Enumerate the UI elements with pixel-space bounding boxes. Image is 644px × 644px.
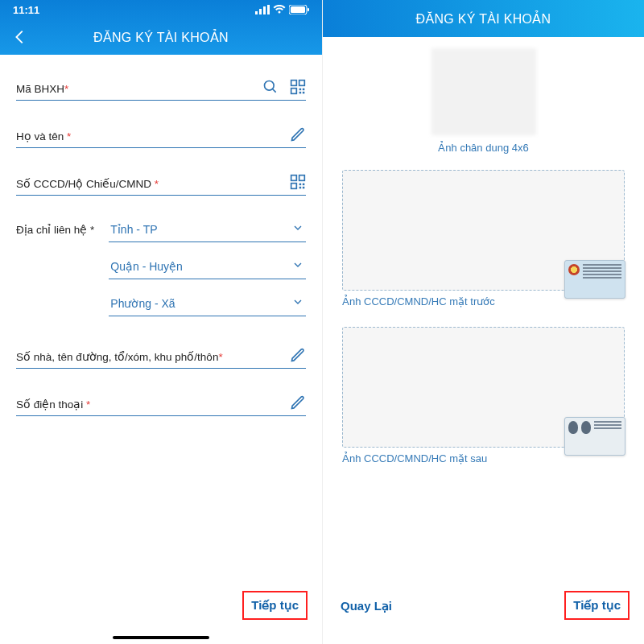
svg-rect-6 (308, 8, 309, 11)
chevron-down-icon (291, 258, 304, 271)
next-button[interactable]: Tiếp tục (242, 591, 308, 620)
ward-value: Phường - Xã (110, 297, 175, 310)
svg-rect-13 (303, 89, 305, 91)
id-field[interactable]: Số CCCD/Hộ Chiếu/CMND * (16, 169, 306, 196)
edit-icon[interactable] (290, 394, 306, 411)
registration-form: Mã BHXH* Họ và tên * Số CCCD/Hộ Chiếu/CM… (0, 55, 322, 416)
svg-rect-9 (291, 80, 297, 86)
status-time: 11:11 (13, 4, 39, 16)
province-select[interactable]: Tỉnh - TP (109, 217, 306, 242)
svg-point-7 (265, 81, 275, 91)
qr-icon[interactable] (290, 174, 306, 190)
search-icon[interactable] (262, 79, 279, 95)
svg-rect-11 (291, 89, 297, 94)
svg-rect-2 (263, 6, 266, 14)
svg-rect-21 (299, 187, 302, 189)
svg-rect-17 (299, 175, 305, 181)
id-front-thumb (564, 260, 625, 299)
status-icons (255, 5, 309, 14)
svg-rect-18 (291, 184, 297, 189)
district-value: Quận - Huyện (110, 260, 183, 273)
svg-rect-3 (267, 5, 270, 14)
svg-line-8 (273, 89, 276, 93)
signal-icon (255, 5, 270, 14)
name-label: Họ và tên * (16, 130, 71, 142)
home-indicator[interactable] (113, 636, 209, 639)
ward-select[interactable]: Phường - Xã (109, 291, 306, 316)
next-button[interactable]: Tiếp tục (564, 591, 630, 620)
bhxh-label: Mã BHXH* (16, 83, 68, 95)
svg-rect-5 (291, 6, 305, 13)
bhxh-field[interactable]: Mã BHXH* (16, 74, 306, 101)
phone-field[interactable]: Số điện thoại * (16, 390, 306, 416)
battery-icon (289, 5, 309, 14)
svg-rect-0 (255, 11, 258, 14)
svg-rect-12 (299, 89, 302, 91)
id-back-thumb (564, 417, 625, 456)
svg-rect-19 (299, 184, 302, 186)
page-title: ĐĂNG KÝ TÀI KHOẢN (93, 30, 229, 45)
header: 11:11 ĐĂNG KÝ TÀI KHOẢN (0, 0, 322, 55)
svg-rect-16 (291, 175, 297, 181)
address-label: Địa chỉ liên hệ * (16, 217, 94, 236)
page-title: ĐĂNG KÝ TÀI KHOẢN (416, 11, 551, 27)
svg-rect-15 (303, 92, 305, 94)
back-link[interactable]: Quay Lại (341, 599, 392, 613)
district-select[interactable]: Quận - Huyện (109, 254, 306, 279)
phone-label: Số điện thoại * (16, 398, 90, 411)
name-field[interactable]: Họ và tên * (16, 122, 306, 148)
svg-rect-22 (303, 187, 305, 189)
status-bar: 11:11 (0, 0, 322, 19)
wifi-icon (273, 5, 286, 14)
svg-rect-14 (299, 92, 302, 94)
svg-rect-20 (303, 184, 305, 186)
qr-icon[interactable] (290, 79, 306, 95)
chevron-down-icon (291, 295, 304, 308)
address-group: Địa chỉ liên hệ * Tỉnh - TP Quận - Huyện… (16, 217, 306, 316)
screen-register-form: 11:11 ĐĂNG KÝ TÀI KHOẢN Mã BHXH* Họ và t… (0, 0, 322, 644)
chevron-left-icon (11, 28, 29, 46)
svg-rect-10 (299, 80, 305, 86)
street-field[interactable]: Số nhà, tên đường, tổ/xóm, khu phố/thôn* (16, 342, 306, 369)
chevron-down-icon (291, 221, 304, 234)
header: ĐĂNG KÝ TÀI KHOẢN (323, 0, 644, 37)
edit-icon[interactable] (290, 347, 306, 363)
portrait-upload[interactable] (431, 48, 536, 135)
screen-register-photos: ĐĂNG KÝ TÀI KHOẢN Ảnh chân dung 4x6 Ảnh … (322, 0, 644, 644)
street-label: Số nhà, tên đường, tổ/xóm, khu phố/thôn* (16, 350, 223, 363)
portrait-caption: Ảnh chân dung 4x6 (342, 142, 625, 154)
svg-rect-1 (259, 9, 262, 14)
edit-icon[interactable] (290, 126, 306, 142)
province-value: Tỉnh - TP (110, 223, 157, 236)
id-label: Số CCCD/Hộ Chiếu/CMND * (16, 177, 159, 190)
back-button[interactable] (8, 25, 32, 49)
